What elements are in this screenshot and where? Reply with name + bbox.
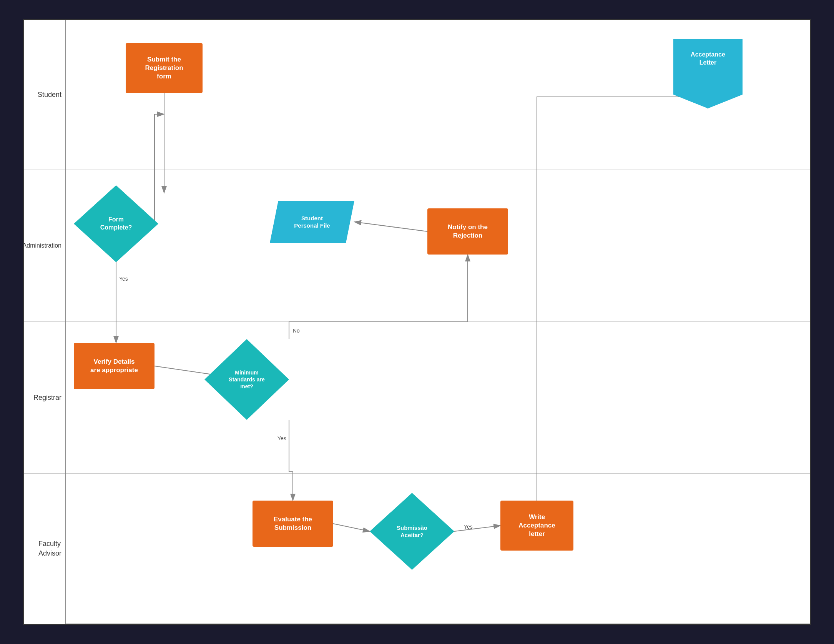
label-yes-faculty: Yes <box>277 435 286 441</box>
label-yes-accept: Yes <box>464 524 473 530</box>
submit-form-shape: Submit the Registration form <box>126 43 203 93</box>
write-acceptance-shape: Write Acceptance letter <box>500 501 573 551</box>
acceptance-letter-shape: Acceptance Letter <box>673 39 743 108</box>
swimlane-labels: Student Administration Registrar Faculty… <box>24 20 66 624</box>
evaluate-submission-shape: Evaluate the Submission <box>253 501 333 547</box>
lane-faculty: FacultyAdvisor <box>24 474 65 624</box>
diagram-container: Student Administration Registrar Faculty… <box>23 19 811 625</box>
label-yes-down: Yes <box>119 276 128 282</box>
verify-details-shape: Verify Details are appropriate <box>74 343 155 389</box>
lane-student: Student <box>24 20 65 170</box>
lane-registrar: Registrar <box>24 322 65 474</box>
student-file-shape: Student Personal File <box>270 201 354 243</box>
notify-rejection-shape: Notify on the Rejection <box>427 208 508 255</box>
label-no-up: No <box>293 328 300 334</box>
lane-administration: Administration <box>24 170 65 322</box>
